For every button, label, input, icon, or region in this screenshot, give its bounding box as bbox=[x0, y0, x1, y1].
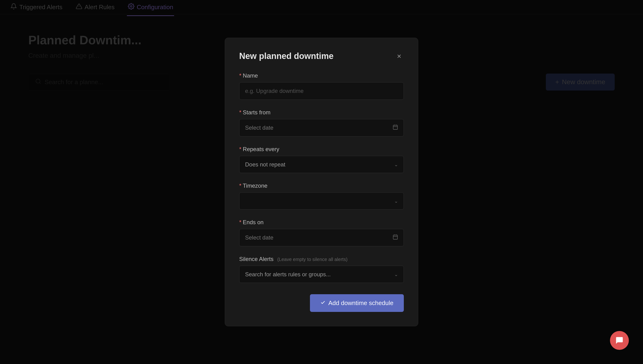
repeats-required-star: * bbox=[239, 146, 241, 152]
name-input[interactable] bbox=[239, 82, 404, 100]
starts-from-required-star: * bbox=[239, 109, 241, 116]
add-downtime-schedule-button[interactable]: Add downtime schedule bbox=[310, 294, 404, 312]
chat-bubble-button[interactable] bbox=[610, 331, 629, 350]
repeats-every-label: * Repeats every bbox=[239, 146, 404, 152]
modal-close-button[interactable]: × bbox=[394, 52, 404, 61]
ends-on-field-group: * Ends on bbox=[239, 219, 404, 246]
starts-from-label: * Starts from bbox=[239, 109, 404, 116]
ends-on-wrapper bbox=[239, 229, 404, 246]
modal-title: New planned downtime bbox=[239, 51, 334, 61]
silence-alerts-label-row: Silence Alerts (Leave empty to silence a… bbox=[239, 256, 404, 262]
modal-footer: Add downtime schedule bbox=[239, 294, 404, 312]
timezone-select[interactable] bbox=[239, 192, 404, 210]
modal-overlay: New planned downtime × * Name * Starts f… bbox=[0, 0, 643, 364]
svg-rect-9 bbox=[393, 235, 397, 239]
repeats-every-wrapper: Does not repeat Daily Weekly Monthly ⌄ bbox=[239, 156, 404, 173]
ends-on-input[interactable] bbox=[239, 229, 404, 246]
repeats-every-select[interactable]: Does not repeat Daily Weekly Monthly bbox=[239, 156, 404, 173]
ends-on-label: * Ends on bbox=[239, 219, 404, 226]
modal-header: New planned downtime × bbox=[239, 51, 404, 61]
starts-from-field-group: * Starts from bbox=[239, 109, 404, 136]
repeats-every-field-group: * Repeats every Does not repeat Daily We… bbox=[239, 146, 404, 173]
new-downtime-modal: New planned downtime × * Name * Starts f… bbox=[225, 38, 418, 326]
starts-from-input[interactable] bbox=[239, 119, 404, 136]
starts-from-calendar-icon bbox=[392, 124, 398, 131]
name-field-group: * Name bbox=[239, 72, 404, 100]
silence-alerts-field-group: Silence Alerts (Leave empty to silence a… bbox=[239, 256, 404, 283]
svg-rect-5 bbox=[393, 125, 397, 130]
silence-alerts-label: Silence Alerts bbox=[239, 256, 273, 262]
timezone-label: * Timezone bbox=[239, 182, 404, 189]
silence-alerts-hint: (Leave empty to silence all alerts) bbox=[277, 257, 347, 262]
ends-on-required-star: * bbox=[239, 219, 241, 226]
silence-alerts-wrapper: Search for alerts rules or groups... ⌄ bbox=[239, 266, 404, 283]
starts-from-wrapper bbox=[239, 119, 404, 136]
close-icon: × bbox=[397, 52, 401, 60]
silence-alerts-select[interactable]: Search for alerts rules or groups... bbox=[239, 266, 404, 283]
name-label: * Name bbox=[239, 72, 404, 79]
name-required-star: * bbox=[239, 72, 241, 79]
timezone-field-group: * Timezone ⌄ bbox=[239, 182, 404, 210]
checkmark-icon bbox=[320, 300, 326, 307]
ends-on-calendar-icon bbox=[392, 234, 398, 241]
timezone-required-star: * bbox=[239, 182, 241, 189]
timezone-wrapper: ⌄ bbox=[239, 192, 404, 210]
